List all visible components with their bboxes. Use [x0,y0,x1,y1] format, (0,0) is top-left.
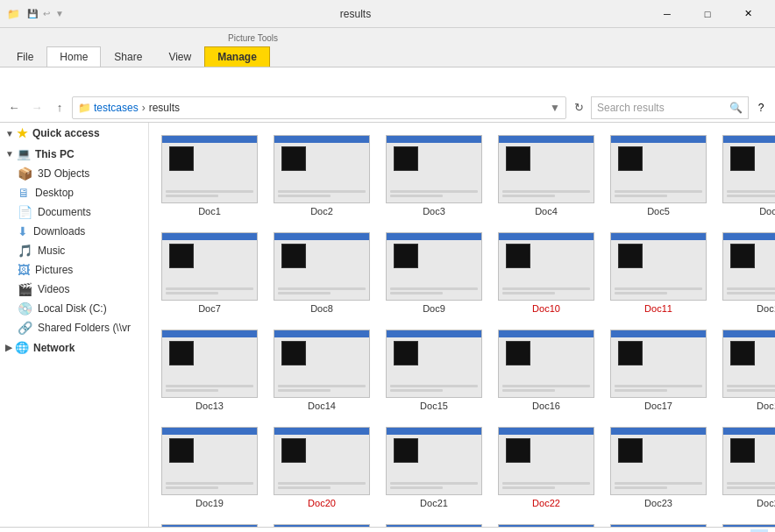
3d-objects-icon: 📦 [18,167,32,181]
sidebar-item-music[interactable]: 🎵 Music [0,241,148,260]
tab-home[interactable]: Home [46,46,101,67]
close-button[interactable]: ✕ [728,0,768,28]
sidebar-item-pictures[interactable]: 🖼 Pictures [0,260,148,280]
file-item-15[interactable]: Doc15 [380,324,487,416]
file-thumbnail [386,135,482,203]
thumbnail-lines [166,385,253,394]
status-bar: 1,059 items ▤ ▦ [0,527,775,532]
thumbnail-top-bar [162,525,257,527]
file-item-7[interactable]: Doc7 [156,227,263,319]
sidebar-item-desktop[interactable]: 🖥 Desktop [0,183,148,202]
file-item-12[interactable]: Doc12 [717,227,775,319]
sidebar-item-3d-objects[interactable]: 📦 3D Objects [0,164,148,183]
3d-objects-label: 3D Objects [38,167,89,180]
thumbnail-top-bar [723,525,775,527]
file-item-17[interactable]: Doc17 [605,324,712,416]
file-thumbnail [498,427,594,495]
search-box[interactable]: Search results 🔍 [591,96,749,119]
file-thumbnail [610,232,707,301]
up-button[interactable]: ↑ [49,97,70,118]
file-item-20[interactable]: Doc20 [268,422,375,514]
thumbnail-top-bar [611,428,706,435]
file-name: Doc20 [308,498,336,508]
shared-folders-icon: 🔗 [18,321,32,335]
thumbnail-image [281,244,306,268]
file-item-9[interactable]: Doc9 [380,227,487,319]
file-item-3[interactable]: Doc3 [380,130,487,222]
file-item-1[interactable]: Doc1 [156,130,263,222]
sidebar-section-quick-access: ▼ ★ Quick access [0,123,148,144]
file-thumbnail [498,524,594,527]
quick-access-star-icon: ★ [17,126,28,140]
file-thumbnail [161,232,258,301]
sidebar-section-network: ▶ 🌐 Network [0,337,148,358]
grid-view-button[interactable]: ▦ [750,529,768,533]
minimize-button[interactable]: ─ [647,0,687,28]
sidebar-header-quick-access[interactable]: ▼ ★ Quick access [0,123,148,144]
file-item-30[interactable]: Doc30 [717,519,775,527]
thumbnail-image [618,438,643,463]
thumbnail-lines [390,482,478,491]
file-item-6[interactable]: Doc6 [717,130,775,222]
list-view-button[interactable]: ▤ [731,529,749,533]
local-disk-label: Local Disk (C:) [38,302,107,315]
file-thumbnail [722,135,775,203]
maximize-button[interactable]: □ [687,0,728,28]
thumbnail-image [169,438,194,463]
window-title: results [64,8,647,20]
file-item-16[interactable]: Doc16 [493,324,600,416]
view-controls[interactable]: ▤ ▦ [731,529,768,533]
file-item-10[interactable]: Doc10 [493,227,600,319]
file-item-26[interactable]: Doc26 [268,519,375,527]
forward-button[interactable]: → [26,97,47,118]
this-pc-icon: 💻 [17,147,31,160]
sidebar-item-shared-folders[interactable]: 🔗 Shared Folders (\\vr [0,318,148,337]
file-item-27[interactable]: Doc27 [380,519,487,527]
ribbon-tabs[interactable]: File Home Share View Manage [0,44,775,67]
file-item-11[interactable]: Doc11 [605,227,712,319]
file-item-24[interactable]: Doc24 [717,422,775,514]
file-thumbnail [386,524,482,527]
tab-manage[interactable]: Manage [204,46,270,67]
file-thumbnail [722,232,775,301]
address-bar[interactable]: 📁 testcases › results ▼ [72,96,566,119]
sidebar-item-documents[interactable]: 📄 Documents [0,202,148,222]
thumbnail-top-bar [162,136,257,143]
sidebar-item-downloads[interactable]: ⬇ Downloads [0,222,148,241]
sidebar-header-this-pc[interactable]: ▼ 💻 This PC [0,144,148,164]
ribbon-content [0,67,775,93]
file-item-18[interactable]: Doc18 [717,324,775,416]
file-item-2[interactable]: Doc2 [268,130,375,222]
file-item-28[interactable]: Doc28 [493,519,600,527]
window-controls[interactable]: ─ □ ✕ [647,0,768,28]
back-button[interactable]: ← [4,97,25,118]
thumbnail-image [506,244,530,268]
tab-file[interactable]: File [4,46,46,67]
file-item-14[interactable]: Doc14 [268,324,375,416]
file-grid: Doc1Doc2Doc3Doc4Doc5Doc6Doc7Doc8Doc9Doc1… [156,130,768,527]
file-item-5[interactable]: Doc5 [605,130,712,222]
tab-share[interactable]: Share [101,46,155,67]
address-dropdown[interactable]: ▼ [550,102,560,114]
file-item-29[interactable]: Doc29 [605,519,712,527]
thumbnail-top-bar [723,233,775,240]
file-name: Doc2 [310,206,333,216]
thumbnail-image [730,438,755,463]
sidebar-header-network[interactable]: ▶ 🌐 Network [0,337,148,358]
file-content-area[interactable]: Doc1Doc2Doc3Doc4Doc5Doc6Doc7Doc8Doc9Doc1… [149,123,775,527]
file-item-21[interactable]: Doc21 [380,422,487,514]
file-name: Doc11 [644,303,672,314]
sidebar-item-videos[interactable]: 🎬 Videos [0,280,148,299]
file-item-4[interactable]: Doc4 [493,130,600,222]
file-item-19[interactable]: Doc19 [156,422,263,514]
file-item-8[interactable]: Doc8 [268,227,375,319]
refresh-button[interactable]: ↻ [568,97,589,118]
file-item-23[interactable]: Doc23 [605,422,712,514]
sidebar-item-local-disk[interactable]: 💿 Local Disk (C:) [0,299,148,318]
help-button[interactable]: ? [750,94,771,122]
file-thumbnail [610,330,707,398]
tab-view[interactable]: View [155,46,204,67]
file-item-25[interactable]: Doc25 [156,519,263,527]
file-item-13[interactable]: Doc13 [156,324,263,416]
file-item-22[interactable]: Doc22 [493,422,600,514]
